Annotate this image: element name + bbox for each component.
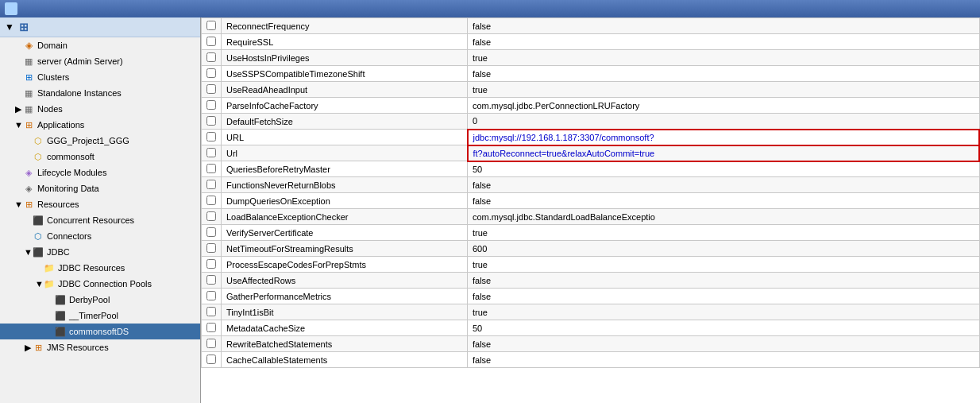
tree-item-jdbc-resources[interactable]: 📁JDBC Resources <box>0 260 200 276</box>
property-name-15: ProcessEscapeCodesForPrepStmts <box>222 257 468 273</box>
row-checkbox-7[interactable] <box>202 130 222 145</box>
property-value-8: ft?autoReconnect=true&relaxAutoCommit=tr… <box>468 145 980 161</box>
label-ggg-project[interactable]: GGG_Project1_GGG <box>47 136 129 145</box>
row-checkbox-13[interactable] <box>202 225 222 241</box>
expand-arrow-resources[interactable]: ▼ <box>14 200 22 209</box>
label-resources[interactable]: Resources <box>37 200 79 209</box>
row-checkbox-19[interactable] <box>202 320 222 336</box>
property-value-4: true <box>468 82 980 98</box>
property-value-18: true <box>468 304 980 320</box>
row-checkbox-11[interactable] <box>202 193 222 209</box>
expand-arrow-jms[interactable]: ▶ <box>24 343 32 353</box>
common-tasks-header[interactable]: ▼ ⊞ <box>0 17 200 37</box>
tree-item-commonsoft[interactable]: ⬡commonsoft <box>0 149 200 165</box>
icon-commonsoft: ⬡ <box>32 150 44 163</box>
label-commonsoftds[interactable]: commonsoftDS <box>69 327 129 336</box>
property-value-10: false <box>468 177 980 193</box>
expand-arrow-jdbc-pools[interactable]: ▼ <box>35 279 43 289</box>
row-checkbox-9[interactable] <box>202 161 222 177</box>
property-name-14: NetTimeoutForStreamingResults <box>222 241 468 257</box>
property-value-16: false <box>468 273 980 289</box>
expand-arrow-applications[interactable]: ▼ <box>14 120 22 130</box>
row-checkbox-3[interactable] <box>202 66 222 82</box>
label-connectors[interactable]: Connectors <box>47 231 91 241</box>
row-checkbox-2[interactable] <box>202 50 222 66</box>
expand-arrow-jdbc[interactable]: ▼ <box>24 247 32 257</box>
row-checkbox-20[interactable] <box>202 336 222 352</box>
tree-item-connectors[interactable]: ⬡Connectors <box>0 228 200 244</box>
table-row: GatherPerformanceMetricsfalse <box>202 289 980 304</box>
tree-item-applications[interactable]: ▼ ⊞Applications <box>0 117 200 133</box>
property-value-9: 50 <box>468 161 980 177</box>
expand-arrow-nodes[interactable]: ▶ <box>14 104 22 114</box>
label-commonsoft[interactable]: commonsoft <box>47 152 95 161</box>
row-checkbox-1[interactable] <box>202 34 222 50</box>
label-standalone[interactable]: Standalone Instances <box>37 88 122 98</box>
property-name-7: URL <box>222 130 468 145</box>
tree-item-commonsoftds[interactable]: ⬛commonsoftDS <box>0 324 200 339</box>
table-row: DefaultFetchSize0 <box>202 114 980 130</box>
icon-ggg-project: ⬡ <box>32 134 44 147</box>
table-row: UseReadAheadInputtrue <box>202 82 980 98</box>
label-applications[interactable]: Applications <box>37 120 84 130</box>
tree-item-nodes[interactable]: ▶ ▦Nodes <box>0 101 200 117</box>
label-timerpool[interactable]: __TimerPool <box>69 311 118 320</box>
table-row: CacheCallableStatementsfalse <box>202 352 980 368</box>
row-checkbox-6[interactable] <box>202 114 222 130</box>
label-clusters[interactable]: Clusters <box>37 72 69 82</box>
tree-item-derbypool[interactable]: ⬛DerbyPool <box>0 292 200 308</box>
label-jdbc-pools[interactable]: JDBC Connection Pools <box>58 279 152 289</box>
row-checkbox-4[interactable] <box>202 82 222 98</box>
table-container: ReconnectFrequencyfalseRequireSSLfalseUs… <box>201 17 980 403</box>
tree-item-resources[interactable]: ▼ ⊞Resources <box>0 196 200 212</box>
icon-derbypool: ⬛ <box>54 293 67 306</box>
label-lifecycle[interactable]: Lifecycle Modules <box>37 168 106 177</box>
tree-item-domain[interactable]: ◈Domain <box>0 37 200 53</box>
property-name-17: GatherPerformanceMetrics <box>222 289 468 304</box>
table-row: RequireSSLfalse <box>202 34 980 50</box>
row-checkbox-5[interactable] <box>202 98 222 114</box>
common-tasks-expand[interactable]: ▼ <box>5 21 14 33</box>
table-row: TinyInt1isBittrue <box>202 304 980 320</box>
label-server-admin[interactable]: server (Admin Server) <box>37 56 123 66</box>
property-value-1: false <box>468 34 980 50</box>
tree-item-monitoring[interactable]: ◈Monitoring Data <box>0 180 200 196</box>
property-name-18: TinyInt1isBit <box>222 304 468 320</box>
table-row: UseSSPSCompatibleTimezoneShiftfalse <box>202 66 980 82</box>
row-checkbox-15[interactable] <box>202 257 222 273</box>
label-jdbc-resources[interactable]: JDBC Resources <box>58 263 125 273</box>
row-checkbox-16[interactable] <box>202 273 222 289</box>
row-checkbox-8[interactable] <box>202 145 222 161</box>
row-checkbox-17[interactable] <box>202 289 222 304</box>
tree-item-server-admin[interactable]: ▦server (Admin Server) <box>0 53 200 69</box>
row-checkbox-10[interactable] <box>202 177 222 193</box>
table-row: ReconnectFrequencyfalse <box>202 18 980 34</box>
tree-item-standalone[interactable]: ▦Standalone Instances <box>0 85 200 101</box>
property-value-14: 600 <box>468 241 980 257</box>
tree-item-concurrent[interactable]: ⬛Concurrent Resources <box>0 212 200 228</box>
row-checkbox-18[interactable] <box>202 304 222 320</box>
row-checkbox-14[interactable] <box>202 241 222 257</box>
row-checkbox-0[interactable] <box>202 18 222 34</box>
property-value-5: com.mysql.jdbc.PerConnectionLRUFactory <box>468 98 980 114</box>
label-derbypool[interactable]: DerbyPool <box>69 295 110 304</box>
tree-item-jdbc-pools[interactable]: ▼ 📁JDBC Connection Pools <box>0 276 200 292</box>
tree-item-jms[interactable]: ▶ ⊞JMS Resources <box>0 339 200 355</box>
label-jdbc[interactable]: JDBC <box>47 247 70 257</box>
row-checkbox-21[interactable] <box>202 352 222 368</box>
icon-jdbc: ⬛ <box>32 246 44 258</box>
property-value-19: 50 <box>468 320 980 336</box>
row-checkbox-12[interactable] <box>202 209 222 225</box>
tree-item-jdbc[interactable]: ▼ ⬛JDBC <box>0 244 200 260</box>
table-row: ProcessEscapeCodesForPrepStmtstrue <box>202 257 980 273</box>
label-monitoring[interactable]: Monitoring Data <box>37 184 99 193</box>
label-nodes[interactable]: Nodes <box>37 104 63 114</box>
label-concurrent[interactable]: Concurrent Resources <box>47 215 134 225</box>
label-domain[interactable]: Domain <box>37 41 68 50</box>
label-jms[interactable]: JMS Resources <box>47 343 109 352</box>
tree-item-timerpool[interactable]: ⬛__TimerPool <box>0 308 200 324</box>
tree-item-ggg-project[interactable]: ⬡GGG_Project1_GGG <box>0 133 200 149</box>
property-name-9: QueriesBeforeRetryMaster <box>222 161 468 177</box>
tree-item-lifecycle[interactable]: ◈Lifecycle Modules <box>0 165 200 180</box>
tree-item-clusters[interactable]: ⊞Clusters <box>0 69 200 85</box>
